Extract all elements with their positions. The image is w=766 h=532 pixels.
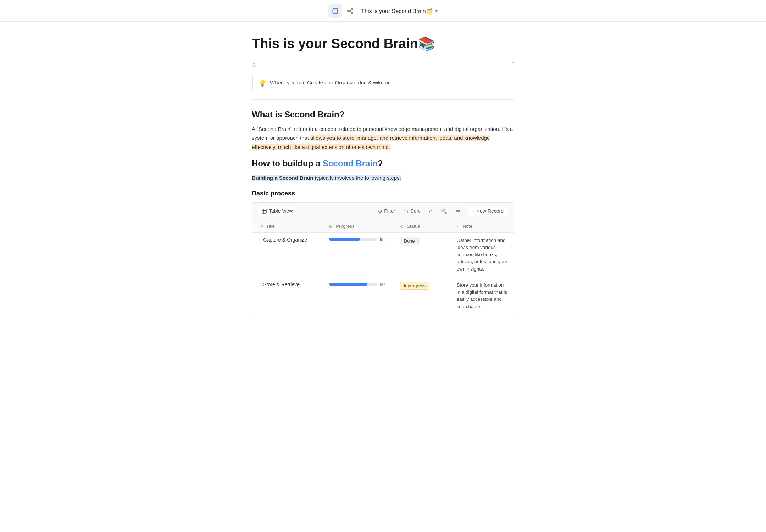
progress-bar-fill [329,283,367,286]
svg-point-4 [348,10,349,11]
properties-chevron-icon: ˅ [512,62,514,67]
row-title-text: Store & Retrieve [263,282,300,287]
steps-para: Building a Second Brain typically involv… [252,173,514,183]
table-row: TCapture & Organize 65 DoneGather inform… [252,232,514,277]
filter-icon: ⊙ [378,208,382,214]
status-col-icon: ⊙ [400,224,404,229]
svg-point-6 [352,12,353,13]
cell-note-1: Store your information in a digital form… [451,277,514,315]
toolbar-actions: ⊙ Filter ↑↓ Sort ⤢ 🔍 ••• + Ne [376,206,508,216]
data-table: T≡ Title ⊞ Progress ⊙ Status T Note [252,220,514,315]
col-header-status: ⊙ Status [394,220,451,233]
col-note-label: Note [462,223,472,229]
svg-rect-11 [262,209,266,213]
cell-status-1[interactable]: Inprogress [394,277,451,315]
properties-row: ◇ ˅ [252,59,514,70]
sort-label: Sort [410,208,420,214]
more-icon: ••• [455,208,461,214]
col-title-label: Title [266,223,275,229]
properties-left: ◇ [252,61,256,68]
note-text: Store your information in a digital form… [457,282,507,309]
steps-bold: Building a Second Brain [252,175,313,181]
table-header: T≡ Title ⊞ Progress ⊙ Status T Note [252,220,514,233]
tag-icon: ◇ [252,61,256,68]
what-is-body: A "Second Brain" refers to a concept rel… [252,124,514,152]
new-record-button[interactable]: + New Record [467,206,508,216]
cell-progress-0: 65 [323,232,394,277]
table-view-button[interactable]: Table View [258,206,296,216]
col-status-label: Status [407,223,420,229]
sort-button[interactable]: ↑↓ Sort [401,207,422,215]
nav-title: This is your Second Brain🗂️ [361,8,433,15]
doc-view-button[interactable] [328,4,342,18]
section-divider [252,99,514,100]
row-type-icon: T [258,237,260,242]
svg-point-5 [352,9,353,10]
table-view-container: Table View ⊙ Filter ↑↓ Sort ⤢ 🔍 •• [252,202,514,315]
filter-button[interactable]: ⊙ Filter [376,207,397,215]
network-view-button[interactable] [343,4,357,18]
sort-icon: ↑↓ [404,208,409,214]
callout-emoji: 💡 [259,79,266,87]
progress-bar-container: 65 [329,237,388,242]
steps-highlight: typically involves the following steps: [313,175,401,181]
how-heading-link[interactable]: Second Brain [323,159,378,168]
plus-icon: + [472,208,474,214]
search-button[interactable]: 🔍 [439,207,449,215]
page-title: This is your Second Brain📚 [252,36,514,52]
basic-process-heading: Basic process [252,190,514,197]
progress-bar-background [329,283,377,286]
nav-center: This is your Second Brain🗂️ ▾ [328,4,437,18]
col-progress-label: Progress [336,223,354,229]
row-title-text: Capture & Organize [263,237,307,243]
expand-button[interactable]: ⤢ [426,207,434,215]
title-col-icon: T≡ [258,224,263,229]
more-button[interactable]: ••• [453,207,463,215]
col-header-note: T Note [451,220,514,233]
header-row: T≡ Title ⊞ Progress ⊙ Status T Note [252,220,514,233]
callout-block: 💡 Where you can Create and Organize doc … [252,76,514,91]
cell-title-1[interactable]: TStore & Retrieve [252,277,323,315]
how-heading-prefix: How to buildup a [252,159,323,168]
filter-label: Filter [384,208,395,214]
nav-chevron-icon: ▾ [435,8,438,14]
how-to-heading: How to buildup a Second Brain? [252,159,514,168]
status-badge: Inprogress [400,282,429,290]
svg-line-9 [351,10,352,11]
progress-number: 65 [380,237,388,242]
table-body: TCapture & Organize 65 DoneGather inform… [252,232,514,315]
progress-bar-container: 80 [329,282,388,287]
col-header-progress: ⊞ Progress [323,220,394,233]
status-badge: Done [400,237,419,245]
cell-title-0[interactable]: TCapture & Organize [252,232,323,277]
row-type-icon: T [258,282,260,287]
cell-status-0[interactable]: Done [394,232,451,277]
expand-icon: ⤢ [428,208,432,214]
cell-note-0: Gather information and ideas from variou… [451,232,514,277]
progress-bar-background [329,238,377,241]
how-heading-suffix: ? [378,159,383,168]
col-header-title: T≡ Title [252,220,323,233]
svg-point-7 [350,10,351,11]
progress-col-icon: ⊞ [329,224,333,229]
new-record-label: New Record [476,208,504,214]
cell-progress-1: 80 [323,277,394,315]
top-nav: This is your Second Brain🗂️ ▾ [0,0,766,22]
main-content: This is your Second Brain📚 ◇ ˅ 💡 Where y… [223,22,543,336]
table-toolbar: Table View ⊙ Filter ↑↓ Sort ⤢ 🔍 •• [252,203,514,220]
table-view-label-text: Table View [269,208,293,214]
note-text: Gather information and ideas from variou… [457,238,507,272]
callout-text: Where you can Create and Organize doc & … [270,79,390,85]
nav-title-area[interactable]: This is your Second Brain🗂️ ▾ [361,8,437,15]
progress-number: 80 [380,282,388,287]
table-row: TStore & Retrieve 80 InprogressStore you… [252,277,514,315]
search-icon: 🔍 [441,208,447,214]
note-col-icon: T [457,224,459,229]
progress-bar-fill [329,238,360,241]
svg-line-10 [351,11,352,12]
what-is-heading: What is Second Brain? [252,110,514,120]
